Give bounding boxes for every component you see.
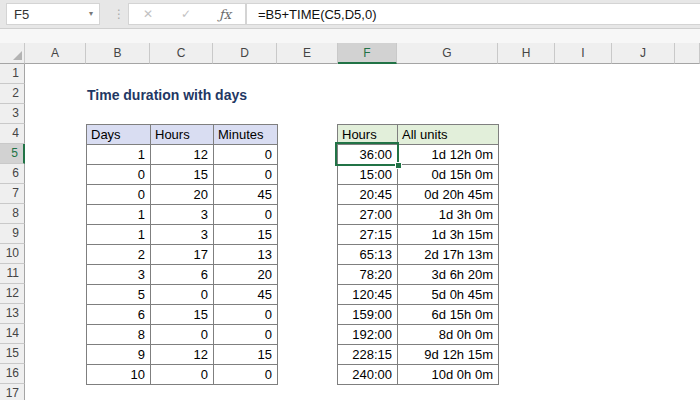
cell-D16[interactable]: 0 [214, 365, 278, 385]
column-header-B[interactable]: B [86, 43, 150, 64]
column-header-D[interactable]: D [213, 43, 277, 64]
insert-function-icon[interactable]: ƒx [219, 7, 231, 22]
cell-B10[interactable]: 2 [87, 245, 151, 265]
column-header-partial[interactable] [675, 43, 700, 64]
cell-C12[interactable]: 0 [151, 285, 214, 305]
column-header-G[interactable]: G [397, 43, 498, 64]
row-header-12[interactable]: 12 [0, 284, 25, 304]
cell-F11[interactable]: 78:20 [338, 265, 398, 285]
cell-G11[interactable]: 3d 6h 20m [398, 265, 499, 285]
cell-B14[interactable]: 8 [87, 325, 151, 345]
cell-F13[interactable]: 159:00 [338, 305, 398, 325]
cell-G6[interactable]: 0d 15h 0m [398, 165, 499, 185]
name-box[interactable]: F5 ▾ [6, 3, 100, 25]
column-header-C[interactable]: C [150, 43, 213, 64]
cell-D14[interactable]: 0 [214, 325, 278, 345]
cell-F4[interactable]: Hours [338, 125, 398, 145]
formula-input[interactable]: =B5+TIME(C5,D5,0) [246, 3, 700, 25]
cell-G13[interactable]: 6d 15h 0m [398, 305, 499, 325]
row-header-14[interactable]: 14 [0, 324, 25, 344]
cell-C16[interactable]: 0 [151, 365, 214, 385]
cell-D6[interactable]: 0 [214, 165, 278, 185]
cell-C6[interactable]: 15 [151, 165, 214, 185]
cell-F16[interactable]: 240:00 [338, 365, 398, 385]
cell-G10[interactable]: 2d 17h 13m [398, 245, 499, 265]
cell-F8[interactable]: 27:00 [338, 205, 398, 225]
row-header-5[interactable]: 5 [0, 144, 25, 164]
row-header-3[interactable]: 3 [0, 104, 25, 124]
cell-C8[interactable]: 3 [151, 205, 214, 225]
cell-C10[interactable]: 17 [151, 245, 214, 265]
cell-F7[interactable]: 20:45 [338, 185, 398, 205]
cell-F14[interactable]: 192:00 [338, 325, 398, 345]
cell-B5[interactable]: 1 [87, 145, 151, 165]
cell-D11[interactable]: 20 [214, 265, 278, 285]
row-header-9[interactable]: 9 [0, 224, 25, 244]
formula-bar-splitter-icon[interactable]: ⋮ [113, 3, 125, 25]
cell-D15[interactable]: 15 [214, 345, 278, 365]
cell-B9[interactable]: 1 [87, 225, 151, 245]
column-header-H[interactable]: H [498, 43, 555, 64]
cell-F12[interactable]: 120:45 [338, 285, 398, 305]
cell-G14[interactable]: 8d 0h 0m [398, 325, 499, 345]
cell-G8[interactable]: 1d 3h 0m [398, 205, 499, 225]
cell-D12[interactable]: 45 [214, 285, 278, 305]
cell-B11[interactable]: 3 [87, 265, 151, 285]
cell-C15[interactable]: 12 [151, 345, 214, 365]
cell-G12[interactable]: 5d 0h 45m [398, 285, 499, 305]
cell-B16[interactable]: 10 [87, 365, 151, 385]
cell-B7[interactable]: 0 [87, 185, 151, 205]
cell-C11[interactable]: 6 [151, 265, 214, 285]
column-header-A[interactable]: A [25, 43, 86, 64]
enter-icon[interactable]: ✓ [181, 7, 191, 21]
row-header-2[interactable]: 2 [0, 84, 25, 104]
cell-C13[interactable]: 15 [151, 305, 214, 325]
row-header-16[interactable]: 16 [0, 364, 25, 384]
cell-C5[interactable]: 12 [151, 145, 214, 165]
cell-D13[interactable]: 0 [214, 305, 278, 325]
row-header-6[interactable]: 6 [0, 164, 25, 184]
cell-G15[interactable]: 9d 12h 15m [398, 345, 499, 365]
row-header-4[interactable]: 4 [0, 124, 25, 144]
cell-G16[interactable]: 10d 0h 0m [398, 365, 499, 385]
cell-C4[interactable]: Hours [151, 125, 214, 145]
name-box-dropdown-icon[interactable]: ▾ [89, 9, 93, 18]
cell-G9[interactable]: 1d 3h 15m [398, 225, 499, 245]
row-header-17[interactable]: 17 [0, 384, 25, 400]
cancel-icon[interactable]: ✕ [143, 7, 153, 21]
select-all-corner[interactable] [0, 43, 25, 64]
cell-D8[interactable]: 0 [214, 205, 278, 225]
row-header-1[interactable]: 1 [0, 64, 25, 84]
row-header-11[interactable]: 11 [0, 264, 25, 284]
row-header-15[interactable]: 15 [0, 344, 25, 364]
cell-G5[interactable]: 1d 12h 0m [398, 145, 499, 165]
column-header-F[interactable]: F [338, 43, 397, 64]
cell-C7[interactable]: 20 [151, 185, 214, 205]
row-header-8[interactable]: 8 [0, 204, 25, 224]
cell-D4[interactable]: Minutes [214, 125, 278, 145]
cell-D10[interactable]: 13 [214, 245, 278, 265]
cell-D9[interactable]: 15 [214, 225, 278, 245]
column-header-J[interactable]: J [612, 43, 675, 64]
row-header-13[interactable]: 13 [0, 304, 25, 324]
cell-F15[interactable]: 228:15 [338, 345, 398, 365]
column-header-I[interactable]: I [555, 43, 612, 64]
fill-handle[interactable] [395, 162, 402, 169]
cell-D5[interactable]: 0 [214, 145, 278, 165]
cell-D7[interactable]: 45 [214, 185, 278, 205]
row-header-7[interactable]: 7 [0, 184, 25, 204]
cell-B13[interactable]: 6 [87, 305, 151, 325]
cell-B8[interactable]: 1 [87, 205, 151, 225]
cell-B4[interactable]: Days [87, 125, 151, 145]
cell-F6[interactable]: 15:00 [338, 165, 398, 185]
cell-F9[interactable]: 27:15 [338, 225, 398, 245]
cell-C14[interactable]: 0 [151, 325, 214, 345]
row-header-10[interactable]: 10 [0, 244, 25, 264]
cell-B2[interactable]: Time duration with days [87, 85, 247, 105]
cell-G7[interactable]: 0d 20h 45m [398, 185, 499, 205]
cell-B12[interactable]: 5 [87, 285, 151, 305]
cell-F10[interactable]: 65:13 [338, 245, 398, 265]
cell-G4[interactable]: All units [398, 125, 499, 145]
cell-C9[interactable]: 3 [151, 225, 214, 245]
cell-B15[interactable]: 9 [87, 345, 151, 365]
